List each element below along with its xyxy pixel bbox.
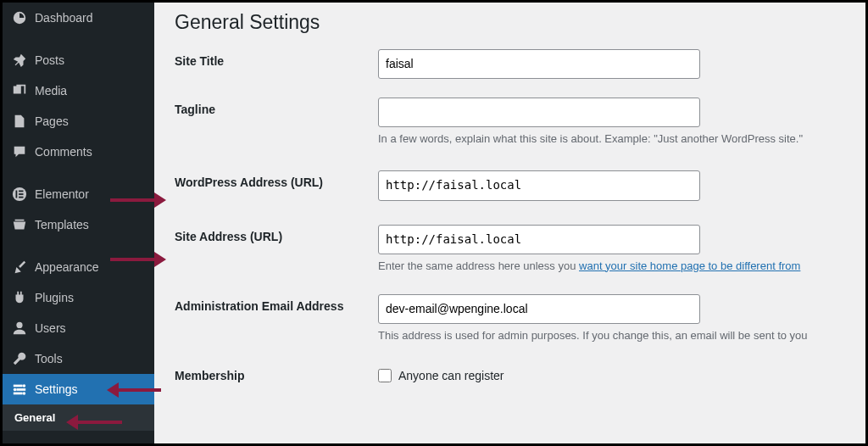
sidebar-item-label: Templates	[35, 218, 89, 231]
sidebar-subitem-general[interactable]: General	[3, 404, 154, 431]
sidebar-item-label: Pages	[35, 114, 69, 128]
label-tagline: Tagline	[175, 98, 378, 116]
svg-rect-1	[16, 191, 18, 198]
appearance-icon	[11, 259, 28, 276]
sidebar-item-label: Users	[35, 321, 66, 335]
pages-icon	[11, 113, 28, 130]
svg-rect-3	[19, 193, 23, 195]
sidebar-item-label: Dashboard	[35, 11, 93, 25]
sidebar-item-templates[interactable]: Templates	[3, 209, 154, 240]
checkbox-membership[interactable]	[378, 369, 392, 382]
svg-rect-2	[19, 191, 23, 192]
sidebar-item-label: Media	[35, 84, 67, 98]
svg-point-10	[14, 388, 17, 392]
pin-icon	[11, 52, 28, 69]
svg-point-9	[23, 384, 26, 387]
label-membership: Membership	[175, 364, 378, 382]
label-admin-email: Administration Email Address	[175, 294, 378, 313]
label-site-title: Site Title	[175, 49, 378, 68]
admin-sidebar: Dashboard Posts Media Pages Comments Ele…	[3, 3, 154, 443]
label-wp-url: WordPress Address (URL)	[175, 170, 378, 189]
row-site-url: Site Address (URL) Enter the same addres…	[175, 225, 845, 272]
link-site-url-help[interactable]: want your site home page to be different…	[579, 259, 800, 272]
sidebar-item-dashboard[interactable]: Dashboard	[3, 3, 154, 33]
row-admin-email: Administration Email Address This addres…	[175, 294, 845, 342]
tools-icon	[11, 350, 28, 367]
svg-point-11	[23, 392, 26, 395]
sidebar-subitem-label: General	[14, 411, 55, 424]
sidebar-item-label: Tools	[35, 352, 63, 365]
label-site-url: Site Address (URL)	[175, 225, 378, 243]
sidebar-item-users[interactable]: Users	[3, 313, 154, 343]
help-tagline: In a few words, explain what this site i…	[378, 132, 845, 145]
dashboard-icon	[11, 9, 28, 26]
main-content: General Settings Site Title Tagline In a…	[154, 3, 865, 443]
sidebar-item-label: Posts	[35, 53, 64, 67]
sidebar-item-label: Settings	[35, 382, 78, 396]
sidebar-item-comments[interactable]: Comments	[3, 137, 154, 167]
media-icon	[11, 82, 28, 99]
svg-rect-8	[14, 393, 23, 395]
input-tagline[interactable]	[378, 98, 700, 127]
sidebar-item-label: Elementor	[35, 187, 89, 201]
help-site-url: Enter the same address here unless you w…	[378, 259, 845, 272]
input-site-url[interactable]	[378, 225, 700, 254]
help-admin-email: This address is used for admin purposes.…	[378, 329, 845, 342]
elementor-icon	[11, 186, 28, 203]
sidebar-item-label: Plugins	[35, 291, 74, 304]
templates-icon	[11, 216, 28, 233]
page-title: General Settings	[175, 11, 845, 34]
plugins-icon	[11, 289, 28, 306]
row-wp-url: WordPress Address (URL)	[175, 170, 845, 200]
sidebar-item-plugins[interactable]: Plugins	[3, 282, 154, 313]
sidebar-item-appearance[interactable]: Appearance	[3, 252, 154, 282]
input-site-title[interactable]	[378, 49, 700, 79]
row-tagline: Tagline In a few words, explain what thi…	[175, 98, 845, 145]
sidebar-item-tools[interactable]: Tools	[3, 343, 154, 374]
svg-rect-7	[16, 388, 25, 391]
sidebar-item-elementor[interactable]: Elementor	[3, 179, 154, 209]
sidebar-item-label: Appearance	[35, 260, 99, 274]
users-icon	[11, 320, 28, 337]
sidebar-item-settings[interactable]: Settings	[3, 374, 154, 404]
checkbox-label-membership: Anyone can register	[398, 369, 504, 382]
row-membership: Membership Anyone can register	[175, 364, 845, 382]
sidebar-item-posts[interactable]: Posts	[3, 45, 154, 75]
svg-rect-4	[19, 197, 23, 198]
sidebar-item-pages[interactable]: Pages	[3, 106, 154, 137]
svg-point-5	[16, 322, 22, 328]
sidebar-item-media[interactable]: Media	[3, 75, 154, 106]
settings-icon	[11, 381, 28, 398]
row-site-title: Site Title	[175, 49, 845, 79]
comments-icon	[11, 143, 28, 160]
sidebar-item-label: Comments	[35, 145, 92, 159]
input-admin-email[interactable]	[378, 294, 700, 324]
input-wp-url[interactable]	[378, 170, 700, 200]
svg-rect-6	[14, 385, 23, 387]
